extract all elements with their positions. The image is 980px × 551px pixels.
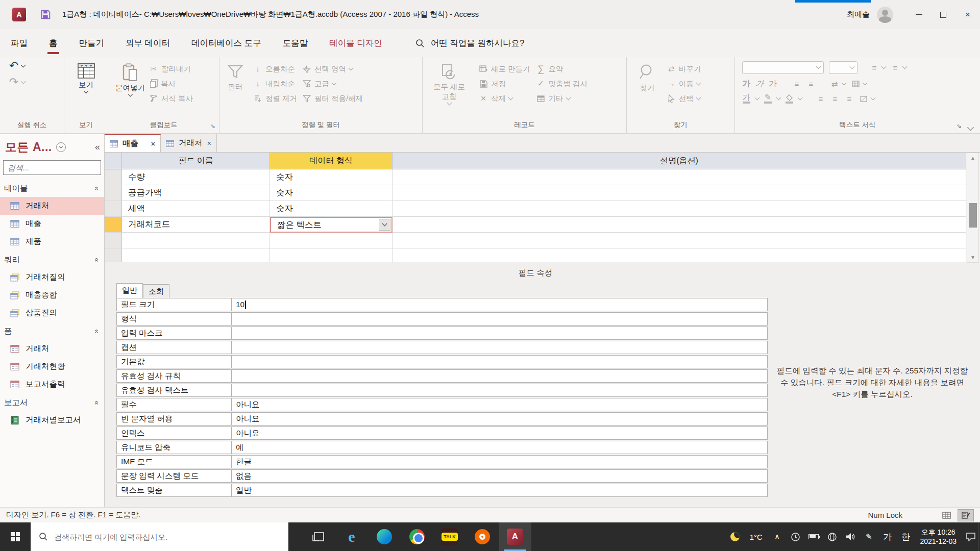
underline-button[interactable]: 가 [769, 79, 777, 89]
taskbar-search-box[interactable] [31, 522, 288, 551]
column-header-description[interactable]: 설명(옵션) [393, 153, 966, 169]
highlight-color-button[interactable]: ✎ [764, 94, 772, 104]
replace-button[interactable]: ⇄바꾸기 [667, 64, 701, 73]
decrease-indent-icon[interactable]: ≡ [792, 80, 801, 88]
property-row-ime-sentence-mode[interactable]: 문장 입력 시스템 모드없음 [116, 469, 768, 483]
nav-item-query-1[interactable]: 거래처질의 [0, 268, 104, 286]
empty-field-row[interactable] [105, 248, 966, 262]
user-avatar[interactable] [877, 7, 893, 23]
property-row-validation-text[interactable]: 유효성 검사 텍스트 [116, 384, 768, 397]
data-type-cell-selected[interactable]: 짧은 텍스트 [270, 217, 393, 233]
weather-moon-icon[interactable] [726, 522, 744, 551]
ime-a-indicator[interactable]: 가 [878, 522, 896, 551]
access-taskbar-icon[interactable]: A [499, 522, 531, 551]
battery-icon[interactable] [804, 522, 823, 551]
tell-me-search[interactable] [415, 38, 564, 48]
row-selector[interactable] [105, 201, 122, 217]
taskbar-search-input[interactable] [54, 533, 280, 541]
nav-item-query-2[interactable]: 매출종합 [0, 286, 104, 304]
description-cell[interactable] [393, 169, 966, 185]
spelling-button[interactable]: ✓맞춤법 검사 [536, 79, 588, 88]
datasheet-view-button[interactable] [938, 509, 954, 521]
field-name-cell[interactable]: 수량 [122, 169, 270, 185]
row-selector[interactable] [105, 185, 122, 201]
bullet-list-button[interactable]: ≡ [870, 63, 886, 72]
format-painter-button[interactable]: 서식 복사 [149, 94, 193, 103]
shutter-bar-collapse-icon[interactable]: « [95, 142, 100, 153]
orange-app-icon[interactable] [466, 522, 499, 551]
data-type-cell[interactable]: 숫자 [270, 201, 393, 217]
nav-item-table-jepum[interactable]: 제품 [0, 233, 104, 251]
filter-selection-button[interactable]: 선택 영역 [302, 64, 363, 73]
task-view-button[interactable] [303, 522, 335, 551]
save-record-button[interactable]: 저장 [479, 79, 530, 88]
property-row-required[interactable]: 필수아니요 [116, 398, 768, 411]
internet-explorer-icon[interactable]: e [335, 522, 368, 551]
property-row-unicode-compression[interactable]: 유니코드 압축예 [116, 441, 768, 454]
property-row-input-mask[interactable]: 입력 마스크 [116, 327, 768, 340]
paste-button[interactable]: 붙여넣기 [111, 61, 149, 120]
network-globe-icon[interactable] [823, 522, 841, 551]
cell-effect-button[interactable] [859, 96, 875, 102]
data-type-cell[interactable]: 숫자 [270, 185, 393, 201]
maximize-button[interactable] [931, 0, 955, 29]
clock-sync-icon[interactable] [786, 522, 804, 551]
clipboard-dialog-launcher[interactable]: ⇘ [210, 121, 215, 131]
find-button[interactable]: 찾기 [634, 61, 660, 120]
tab-database-tools[interactable]: 데이터베이스 도구 [181, 29, 272, 57]
delete-record-button[interactable]: ×삭제 [479, 94, 530, 103]
property-row-format[interactable]: 형식 [116, 312, 768, 325]
nav-search-box[interactable] [3, 160, 101, 175]
redo-button[interactable]: ↷ [9, 78, 61, 87]
numbered-list-button[interactable]: ≡ [891, 63, 906, 72]
text-format-dialog-launcher[interactable]: ⇘ [957, 121, 962, 131]
property-row-indexed[interactable]: 인덱스아니요 [116, 427, 768, 440]
filter-button[interactable]: 필터 [223, 61, 248, 120]
field-row-georaecheocode-selected[interactable]: 거래처코드 짧은 텍스트 [105, 217, 966, 233]
ime-korean-indicator[interactable]: 한 [896, 522, 915, 551]
select-button[interactable]: 선택 [667, 94, 701, 103]
font-size-dropdown[interactable] [829, 61, 857, 74]
property-row-field-size[interactable]: 필드 크기10 [116, 298, 768, 311]
new-record-button[interactable]: 새로 만들기 [479, 64, 530, 73]
property-row-default-value[interactable]: 기본값 [116, 355, 768, 368]
sort-ascending-button[interactable]: ↓오름차순 [253, 64, 297, 73]
fill-color-button[interactable] [786, 94, 793, 104]
row-selector[interactable] [105, 233, 122, 248]
tab-file[interactable]: 파일 [0, 29, 38, 57]
show-desktop-strip[interactable] [978, 522, 980, 551]
nav-item-report-1[interactable]: 거래처별보고서 [0, 411, 104, 429]
view-button[interactable]: 보기 [74, 61, 99, 120]
tab-table-design[interactable]: 테이블 디자인 [318, 29, 393, 57]
property-row-caption[interactable]: 캡션 [116, 341, 768, 354]
cut-button[interactable]: ✂잘라내기 [149, 64, 193, 73]
signed-in-user[interactable]: 최예솔 [847, 10, 870, 19]
copy-button[interactable]: 복사 [149, 79, 193, 88]
nav-menu-dropdown-icon[interactable] [56, 142, 66, 152]
volume-icon[interactable] [841, 522, 860, 551]
nav-search-input[interactable] [4, 163, 114, 172]
italic-button[interactable]: 가 [755, 79, 765, 89]
scrollbar-thumb[interactable] [969, 203, 977, 228]
field-row-seaek[interactable]: 세액 숫자 [105, 201, 966, 217]
nav-item-table-maechul[interactable]: 매출 [0, 215, 104, 233]
nav-group-queries[interactable]: 쿼리« [0, 251, 104, 268]
more-records-button[interactable]: 기타 [536, 94, 588, 103]
tell-me-search-input[interactable] [431, 38, 564, 48]
action-center-icon[interactable] [962, 522, 980, 551]
empty-field-row[interactable] [105, 233, 966, 248]
field-row-suryang[interactable]: 수량 숫자 [105, 169, 966, 185]
advanced-filter-button[interactable]: 고급 [302, 79, 363, 88]
pen-icon[interactable]: ✎ [860, 522, 878, 551]
align-left-button[interactable]: ≡ [816, 94, 825, 103]
nav-item-table-geораecheo[interactable]: 거래처 [0, 197, 104, 215]
undo-button[interactable]: ↶ [9, 61, 61, 70]
nav-item-query-3[interactable]: 상품질의 [0, 304, 104, 322]
design-grid-vertical-scrollbar[interactable]: ▲ ▼ [967, 153, 979, 263]
scroll-down-arrow[interactable]: ▼ [967, 253, 978, 262]
clock-datetime[interactable]: 오후 10:26 2021-12-03 [915, 528, 962, 546]
field-name-cell[interactable]: 세액 [122, 201, 270, 217]
column-header-field-name[interactable]: 필드 이름 [122, 153, 270, 169]
tab-help[interactable]: 도움말 [272, 29, 319, 57]
tab-external-data[interactable]: 외부 데이터 [115, 29, 181, 57]
